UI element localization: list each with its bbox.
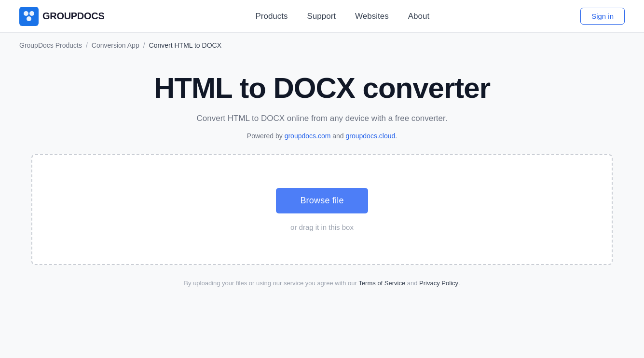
privacy-policy-link[interactable]: Privacy Policy (419, 279, 458, 287)
nav-menu: Products Support Websites About (104, 12, 580, 21)
nav-item-about[interactable]: About (408, 12, 429, 21)
powered-by-prefix: Powered by (247, 132, 285, 140)
footer-note: By uploading your files or using our ser… (184, 279, 460, 287)
logo[interactable]: GROUPDOCS (19, 7, 104, 26)
drag-text: or drag it in this box (290, 223, 354, 231)
nav-link-support[interactable]: Support (307, 12, 336, 21)
terms-of-service-link[interactable]: Terms of Service (358, 279, 405, 287)
footer-prefix: By uploading your files or using our ser… (184, 279, 358, 287)
nav-link-products[interactable]: Products (255, 12, 288, 21)
nav-link-websites[interactable]: Websites (355, 12, 389, 21)
drop-zone[interactable]: Browse file or drag it in this box (31, 154, 613, 265)
main-content: HTML to DOCX converter Convert HTML to D… (0, 58, 644, 287)
breadcrumb: GroupDocs Products / Conversion App / Co… (0, 33, 644, 58)
nav-item-websites[interactable]: Websites (355, 12, 389, 21)
powered-by-suffix: . (395, 132, 397, 140)
browse-file-button[interactable]: Browse file (276, 188, 368, 213)
breadcrumb-home[interactable]: GroupDocs Products (19, 41, 82, 49)
logo-text: GROUPDOCS (42, 11, 104, 22)
nav-link-about[interactable]: About (408, 12, 429, 21)
groupdocs-logo-icon (19, 7, 39, 26)
powered-by-and: and (330, 132, 345, 140)
powered-by: Powered by groupdocs.com and groupdocs.c… (247, 132, 397, 140)
nav-item-support[interactable]: Support (307, 12, 336, 21)
breadcrumb-sep-2: / (143, 41, 145, 49)
svg-point-2 (29, 11, 34, 16)
groupdocs-com-link[interactable]: groupdocs.com (285, 132, 331, 140)
svg-point-1 (24, 11, 28, 16)
page-title: HTML to DOCX converter (154, 72, 490, 104)
nav-item-products[interactable]: Products (255, 12, 288, 21)
breadcrumb-sep-1: / (86, 41, 88, 49)
navbar: GROUPDOCS Products Support Websites Abou… (0, 0, 644, 33)
footer-suffix: . (458, 279, 460, 287)
page-subtitle: Convert HTML to DOCX online from any dev… (197, 114, 448, 123)
footer-and: and (405, 279, 419, 287)
breadcrumb-conversion-app[interactable]: Conversion App (92, 41, 139, 49)
breadcrumb-current: Convert HTML to DOCX (149, 41, 221, 49)
groupdocs-cloud-link[interactable]: groupdocs.cloud (346, 132, 396, 140)
svg-point-3 (27, 16, 31, 21)
sign-in-button[interactable]: Sign in (580, 8, 625, 25)
